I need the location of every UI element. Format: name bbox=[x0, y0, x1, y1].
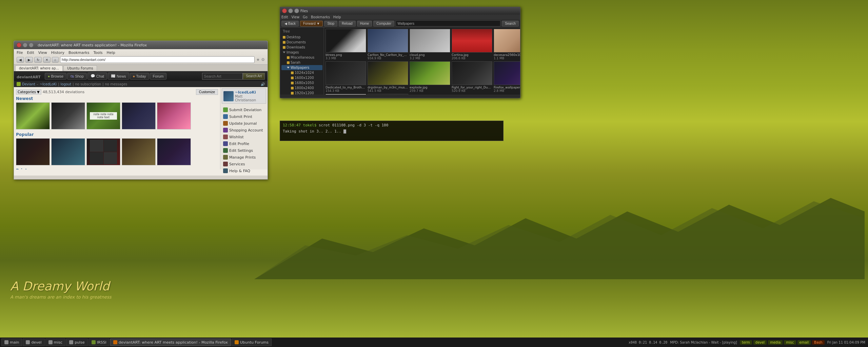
fm-tree-1920x1200[interactable]: 1920x1200 bbox=[281, 90, 322, 95]
taskbar-item-irssi[interactable]: IRSSI bbox=[88, 339, 110, 346]
fm-menu-view[interactable]: View bbox=[291, 15, 299, 19]
bookmark-star[interactable]: ★ bbox=[256, 57, 260, 62]
workspace-term[interactable]: term bbox=[740, 340, 752, 345]
menu-bookmarks[interactable]: Bookmarks bbox=[68, 50, 89, 55]
taskbar-item-misc[interactable]: misc bbox=[45, 339, 66, 346]
file-drgidman[interactable]: drgidman_by_m3rc_must_die.jpg 541.5 KB bbox=[368, 61, 408, 93]
news-button[interactable]: 📰 News bbox=[108, 73, 129, 80]
newest-section-title[interactable]: Newest bbox=[16, 96, 218, 101]
help-faq-item[interactable]: Help & FAQ bbox=[222, 167, 266, 174]
manage-prints-item[interactable]: Manage Prints bbox=[222, 154, 266, 161]
browse-button[interactable]: ● Browse bbox=[45, 73, 66, 80]
workspace-email[interactable]: email bbox=[797, 340, 811, 345]
fm-close-button[interactable] bbox=[282, 8, 287, 13]
fm-menu-go[interactable]: Go bbox=[303, 15, 308, 19]
taskbar-item-main[interactable]: main bbox=[1, 339, 22, 346]
window-maximize-button[interactable] bbox=[29, 43, 34, 47]
username[interactable]: ~IcedLoKi bbox=[235, 90, 264, 95]
edit-settings-item[interactable]: Edit Settings bbox=[222, 147, 266, 154]
menu-view[interactable]: View bbox=[38, 50, 47, 55]
fm-tree-1024x1024[interactable]: 1024x1024 bbox=[281, 70, 322, 75]
address-bar[interactable] bbox=[60, 56, 255, 63]
today-button[interactable]: ● Today bbox=[130, 73, 149, 80]
wishlist-item[interactable]: Wishlist bbox=[222, 134, 266, 140]
breadcrumb-site[interactable]: Deviant bbox=[22, 82, 35, 86]
stop-button[interactable]: ✕ bbox=[43, 57, 51, 63]
taskbar-item-pulse[interactable]: pulse bbox=[66, 339, 88, 346]
workspace-misc[interactable]: misc bbox=[784, 340, 796, 345]
submit-print-item[interactable]: Submit Print bbox=[222, 113, 266, 120]
fm-forward-button[interactable]: Forward ▼ bbox=[300, 21, 323, 26]
thumb-3[interactable]: note note note note text bbox=[86, 102, 120, 129]
fm-tree-sarah[interactable]: Sarah bbox=[281, 60, 322, 65]
home-button[interactable]: ⌂ bbox=[52, 57, 59, 63]
fm-computer-button[interactable]: Computer bbox=[373, 21, 394, 26]
fm-search-button[interactable]: Search bbox=[502, 21, 519, 26]
menu-history[interactable]: History bbox=[51, 50, 64, 55]
fm-tree-1680x1050[interactable]: 1680x1050 bbox=[281, 80, 322, 85]
thumb-4[interactable] bbox=[122, 102, 156, 129]
fm-menu-edit[interactable]: Edit bbox=[281, 15, 288, 19]
forum-button[interactable]: Forum bbox=[150, 73, 167, 80]
customize-button[interactable]: Customize bbox=[196, 89, 218, 95]
fm-menu-bookmarks[interactable]: Bookmarks bbox=[311, 15, 330, 19]
file-cloud[interactable]: cloud.png 3.2 MB bbox=[410, 29, 450, 60]
thumb-1[interactable] bbox=[16, 102, 50, 129]
file-explode[interactable]: explode.jpg 259.7 KB bbox=[410, 61, 450, 93]
menu-edit[interactable]: Edit bbox=[27, 50, 34, 55]
chat-button[interactable]: 💬 Chat bbox=[87, 73, 107, 80]
file-decesara[interactable]: decesara2560x1024.png 1.1 MB bbox=[494, 29, 520, 60]
fm-tree-downloads[interactable]: Downloads bbox=[281, 45, 322, 50]
update-journal-item[interactable]: Update Journal bbox=[222, 120, 266, 127]
fm-maximize-button[interactable] bbox=[294, 8, 299, 13]
settings-icon[interactable]: ⚙ bbox=[261, 57, 265, 62]
search-button[interactable]: Search Art bbox=[243, 73, 265, 80]
popular-thumb-3[interactable] bbox=[86, 138, 120, 165]
fm-tree-images[interactable]: Images bbox=[281, 50, 322, 55]
fm-back-button[interactable]: ◀ Back bbox=[281, 21, 299, 26]
fm-stop-button[interactable]: Stop bbox=[324, 21, 337, 26]
popular-thumb-5[interactable] bbox=[157, 138, 191, 165]
services-item[interactable]: Services bbox=[222, 161, 266, 167]
popular-thumb-1[interactable] bbox=[16, 138, 50, 165]
taskbar-item-firefox[interactable]: deviantART: where ART meets application!… bbox=[110, 339, 231, 346]
forward-button[interactable]: ▶ bbox=[25, 57, 33, 63]
tab-deviantart[interactable]: deviantART: where ap... bbox=[15, 65, 63, 71]
logout-link[interactable]: logout bbox=[61, 82, 72, 86]
fm-tree-wallpapers[interactable]: Wallpapers bbox=[281, 65, 322, 70]
edit-profile-item[interactable]: Edit Profile bbox=[222, 140, 266, 147]
file-flower[interactable]: flower.jpg 51.8 KB bbox=[326, 94, 366, 95]
menu-file[interactable]: File bbox=[17, 50, 23, 55]
categories-dropdown[interactable]: Categories ▼ bbox=[16, 89, 41, 95]
popular-section-title[interactable]: Popular bbox=[16, 132, 218, 137]
file-carlton[interactable]: Carlton_No_Carlton_by_heavyweightthrows.… bbox=[368, 29, 408, 60]
file-cortina[interactable]: Cortina.jpg 206.6 KB bbox=[452, 29, 492, 60]
prints-section-title[interactable]: Prints bbox=[16, 168, 218, 169]
fm-tree-1800x2400[interactable]: 1800x2400 bbox=[281, 85, 322, 90]
workspace-devel[interactable]: devel bbox=[753, 340, 767, 345]
file-full[interactable]: full.jpg 989.6 KB bbox=[368, 94, 408, 95]
file-fight[interactable]: Fight_for_your_right_Dual_Disp_by_floofy… bbox=[452, 61, 492, 93]
window-minimize-button[interactable] bbox=[23, 43, 27, 47]
workspace-media[interactable]: media bbox=[768, 340, 783, 345]
popular-thumb-4[interactable] bbox=[122, 138, 156, 165]
taskbar-item-ubuntu-forums[interactable]: Ubuntu Forums bbox=[232, 339, 272, 346]
fm-tree-1600x1200[interactable]: 1600x1200 bbox=[281, 75, 322, 80]
file-btrees[interactable]: btrees.png 3.3 MB bbox=[326, 29, 366, 60]
fm-minimize-button[interactable] bbox=[288, 8, 293, 13]
fm-address-bar[interactable] bbox=[396, 20, 500, 26]
shopping-account-item[interactable]: Shopping Account bbox=[222, 127, 266, 134]
fm-tree-miscellaneous[interactable]: Miscellaneous bbox=[281, 55, 322, 60]
file-firefox-wallpaper[interactable]: Firefox_wallpaper.png 2.8 MB bbox=[494, 61, 520, 93]
shop-button[interactable]: 🛍 Shop bbox=[67, 73, 87, 80]
popular-thumb-2[interactable] bbox=[51, 138, 85, 165]
file-dedicated[interactable]: Dedicated_to_my_Brother_by_@CubanPetell.… bbox=[326, 61, 366, 93]
menu-help[interactable]: Help bbox=[107, 50, 115, 55]
audio-icon[interactable]: 🔊 bbox=[261, 82, 265, 86]
taskbar-item-devel[interactable]: devel bbox=[23, 339, 44, 346]
fm-menu-help[interactable]: Help bbox=[333, 15, 341, 19]
submit-deviation-item[interactable]: Submit Deviation bbox=[222, 106, 266, 113]
thumb-2[interactable] bbox=[51, 102, 85, 129]
fm-tree-documents[interactable]: Documents bbox=[281, 40, 322, 45]
fm-reload-button[interactable]: Reload bbox=[339, 21, 356, 26]
